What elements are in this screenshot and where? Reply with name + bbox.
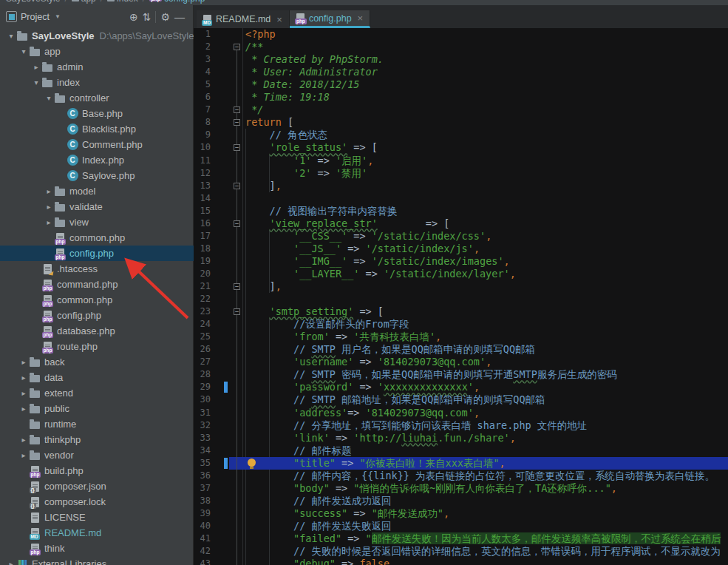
line-number[interactable]: 22 (194, 293, 211, 305)
code-line[interactable]: 24 //设置邮件头的From字段 (194, 318, 728, 331)
tree-item-back[interactable]: ▸back (0, 354, 194, 370)
tree-item-config-php[interactable]: phpconfig.php (0, 246, 194, 261)
tree-item-admin[interactable]: ▸admin (0, 59, 194, 75)
line-number[interactable]: 32 (194, 419, 211, 432)
breadcrumb-item[interactable]: SayLoveStyle (6, 0, 60, 4)
tree-item-runtime[interactable]: runtime (0, 416, 194, 432)
tree-item-data[interactable]: ▸data (0, 370, 194, 385)
fold-marker-icon[interactable]: − (234, 44, 240, 50)
code-line[interactable]: 37 "body" => "悄悄的告诉你哦~刚刚有人向你表白了，TA还称呼你..… (194, 482, 728, 495)
fold-marker-icon[interactable]: − (234, 283, 240, 290)
chevron-expanded-icon[interactable]: ▾ (18, 47, 29, 55)
tree-item-build-php[interactable]: phpbuild.php (0, 463, 194, 478)
line-number[interactable]: 41 (194, 532, 211, 545)
line-number[interactable]: 25 (194, 331, 211, 343)
line-number[interactable]: 10 (194, 141, 211, 154)
code-line[interactable]: 28 // SMTP 密码，如果是QQ邮箱申请的则填写开通SMTP服务后生成的密… (194, 368, 728, 381)
line-number[interactable]: 27 (194, 356, 211, 368)
code-line[interactable]: 38 // 邮件发送成功返回 (194, 495, 728, 507)
line-number[interactable]: 35 (194, 457, 211, 470)
chevron-collapsed-icon[interactable]: ▸ (18, 389, 29, 397)
code-line[interactable]: 7− */ (194, 104, 728, 116)
tree-item-app[interactable]: ▾app (0, 44, 194, 59)
code-line[interactable]: 35 "title" => "你被表白啦！来自xxx表白墙", (194, 457, 728, 470)
line-number[interactable]: 36 (194, 470, 211, 482)
tree-item-composer-json[interactable]: {}composer.json (0, 478, 194, 494)
tree-item-controller[interactable]: ▾controller (0, 90, 194, 106)
line-number[interactable]: 23 (194, 305, 211, 318)
tree-item-comment-php[interactable]: CComment.php (0, 137, 194, 152)
code-line[interactable]: 17 '__CSS__' => '/static/index/css', (194, 230, 728, 243)
line-number[interactable]: 34 (194, 444, 211, 457)
code-line[interactable]: 41 "failed" => "邮件发送失败！因为当前人数太多，邮件发送频率高被… (194, 532, 728, 545)
chevron-collapsed-icon[interactable]: ▸ (18, 436, 29, 444)
chevron-collapsed-icon[interactable]: ▸ (6, 560, 16, 565)
fold-marker-icon[interactable]: − (234, 119, 240, 126)
code-line[interactable]: 31 'address'=> '814029073@qq.com', (194, 407, 728, 419)
line-number[interactable]: 14 (194, 192, 211, 205)
chevron-collapsed-icon[interactable]: ▸ (18, 373, 29, 382)
tree-item-base-php[interactable]: CBase.php (0, 106, 194, 121)
fold-marker-icon[interactable]: − (234, 144, 240, 151)
code-line[interactable]: 40 // 邮件发送失败返回 (194, 520, 728, 532)
code-line[interactable]: 43 "debug" => false (194, 558, 728, 565)
code-line[interactable]: 30 // SMTP 邮箱地址，如果是QQ邮箱申请的则填写QQ邮箱 (194, 393, 728, 406)
tree-item-view[interactable]: ▸view (0, 214, 194, 230)
tree-item-license[interactable]: LICENSE (0, 510, 194, 525)
line-number[interactable]: 4 (194, 66, 211, 78)
fold-marker-icon[interactable]: − (234, 106, 240, 113)
breadcrumb-item[interactable]: config.php (164, 0, 205, 4)
line-number[interactable]: 28 (194, 368, 211, 381)
line-number[interactable]: 7 (194, 104, 211, 116)
tree-item-think[interactable]: phpthink (0, 541, 194, 556)
line-number[interactable]: 40 (194, 520, 211, 532)
chevron-collapsed-icon[interactable]: ▸ (18, 405, 29, 413)
code-line[interactable]: 5 * Date: 2018/12/15 (194, 78, 728, 91)
line-number[interactable]: 26 (194, 343, 211, 356)
tree-item-public[interactable]: ▸public (0, 401, 194, 416)
hide-panel-icon[interactable]: — (172, 12, 187, 22)
line-number[interactable]: 24 (194, 318, 211, 331)
fold-marker-icon[interactable]: − (234, 183, 240, 189)
code-line[interactable]: 4 * User: Administrator (194, 66, 728, 78)
line-number[interactable]: 31 (194, 407, 211, 419)
code-line[interactable]: 2−/** (194, 41, 728, 53)
code-line[interactable]: 11 '1' => '启用', (194, 155, 728, 167)
code-line[interactable]: 18 '__JS__' => '/static/index/js', (194, 243, 728, 255)
line-number[interactable]: 19 (194, 255, 211, 268)
line-number[interactable]: 37 (194, 482, 211, 495)
line-number[interactable]: 1 (194, 28, 211, 41)
code-line[interactable]: 19 '__IMG__' => '/static/index/images', (194, 255, 728, 268)
code-line[interactable]: 33 'link' => 'http://liuhai.fun./share', (194, 432, 728, 444)
tree-item-composer-lock[interactable]: {}composer.lock (0, 494, 194, 510)
locate-file-icon[interactable]: ⊕ (127, 12, 140, 22)
code-line[interactable]: 6 * Time: 19:18 (194, 91, 728, 104)
line-number[interactable]: 29 (194, 381, 211, 393)
chevron-collapsed-icon[interactable]: ▸ (18, 358, 29, 366)
tree-item-saylovestyle[interactable]: ▾SayLoveStyleD:\apps\SayLoveStyle (0, 28, 194, 44)
tree-item-vendor[interactable]: ▸vendor (0, 447, 194, 463)
breadcrumb-item[interactable]: app (81, 0, 96, 4)
code-line[interactable]: 26 // SMTP 用户名，如果是QQ邮箱申请的则填写QQ邮箱 (194, 343, 728, 356)
close-icon[interactable]: × (276, 14, 282, 25)
line-number[interactable]: 11 (194, 155, 211, 167)
chevron-expanded-icon[interactable]: ▾ (31, 78, 41, 87)
line-number[interactable]: 20 (194, 268, 211, 280)
code-line[interactable]: 16− 'view_replace_str' => [ (194, 217, 728, 230)
tree-item-model[interactable]: ▸model (0, 183, 194, 199)
line-number[interactable]: 18 (194, 243, 211, 255)
breadcrumb[interactable]: SayLoveStyle/app/index/phpconfig.php (0, 0, 728, 4)
tree-item--htaccess[interactable]: .htaccess (0, 261, 194, 277)
code-line[interactable]: 20 '__LAYER__' => '/static/index/layer', (194, 268, 728, 280)
chevron-collapsed-icon[interactable]: ▸ (31, 63, 41, 71)
chevron-collapsed-icon[interactable]: ▸ (44, 203, 54, 211)
collapse-all-icon[interactable]: ⇅ (140, 12, 154, 22)
code-line[interactable]: 39 "success" => "邮件发送成功", (194, 507, 728, 520)
chevron-collapsed-icon[interactable]: ▸ (44, 218, 54, 226)
tree-item-common-php[interactable]: phpcommon.php (0, 230, 194, 246)
code-editor[interactable]: 1<?php2−/**3 * Created by PhpStorm.4 * U… (194, 28, 728, 565)
code-line[interactable]: 9 // 角色状态 (194, 129, 728, 141)
tree-item-index[interactable]: ▾index (0, 75, 194, 90)
chevron-down-icon[interactable]: ▼ (55, 13, 61, 20)
chevron-expanded-icon[interactable]: ▾ (6, 32, 16, 40)
